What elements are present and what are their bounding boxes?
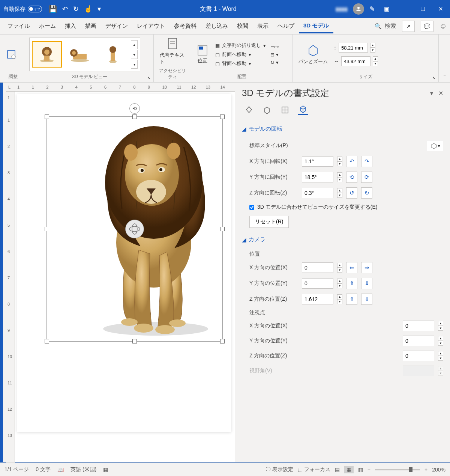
views-dialog-launcher[interactable]: ⬊	[147, 76, 150, 80]
autosave-toggle[interactable]: オフ	[28, 6, 42, 12]
resize-handle-br[interactable]	[220, 339, 225, 343]
bring-forward-button[interactable]: ▢前面へ移動 ▾	[214, 50, 267, 59]
z-pos-in-icon[interactable]: ⇧	[346, 294, 357, 305]
view-preset-1[interactable]	[32, 41, 62, 68]
preset-dropdown[interactable]: ▾	[427, 140, 443, 151]
x-rot-up[interactable]: ▲	[337, 157, 342, 161]
x-rot-right-icon[interactable]: ↷	[361, 156, 372, 167]
autosave-control[interactable]: 自動保存 オフ	[3, 6, 42, 13]
rotate-handle-icon[interactable]: ⟲	[129, 103, 140, 114]
zoom-level[interactable]: 200%	[432, 467, 446, 473]
word-count[interactable]: 0 文字	[36, 466, 51, 473]
gallery-down-button[interactable]: ▼	[131, 50, 138, 59]
size-tab-icon[interactable]	[280, 105, 290, 115]
3d-model-selection[interactable]: ⟲	[46, 116, 223, 342]
x-rot-down[interactable]: ▼	[337, 161, 342, 166]
resize-handle-lc[interactable]	[45, 227, 49, 231]
tab-design[interactable]: デザイン	[101, 20, 132, 33]
coming-soon-icon[interactable]: ✎	[369, 5, 375, 13]
lx-up[interactable]: ▲	[438, 321, 443, 326]
redo-icon[interactable]: ↻	[73, 5, 79, 13]
lz-down[interactable]: ▼	[438, 356, 443, 361]
section-camera-header[interactable]: ◢ カメラ	[242, 233, 443, 246]
3d-tab-icon[interactable]	[298, 105, 308, 115]
spell-check-icon[interactable]: 📖	[57, 467, 64, 473]
x-pos-left-icon[interactable]: ⇐	[346, 262, 357, 273]
x-rotation-input[interactable]	[302, 156, 333, 167]
gallery-more-button[interactable]: ▾	[131, 60, 138, 69]
y-pos-down[interactable]: ▼	[337, 283, 342, 288]
lookat-x-input[interactable]	[403, 321, 434, 331]
y-rot-left-icon[interactable]: ⟲	[346, 172, 357, 183]
fill-tab-icon[interactable]	[244, 105, 254, 115]
wrap-text-button[interactable]: ▦文字列の折り返し ▾	[214, 41, 267, 50]
y-pos-up-icon[interactable]: ⇑	[346, 278, 357, 289]
y-rot-right-icon[interactable]: ⟳	[361, 172, 372, 183]
z-pos-input[interactable]	[302, 294, 333, 304]
z-pos-up[interactable]: ▲	[337, 294, 342, 299]
z-rot-down[interactable]: ▼	[337, 193, 342, 198]
tab-review[interactable]: 校閲	[232, 20, 253, 33]
position-button[interactable]: 位置	[194, 43, 211, 66]
page-indicator[interactable]: 1/1 ページ	[4, 466, 29, 473]
send-backward-button[interactable]: ▢背面へ移動 ▾	[214, 59, 267, 68]
gallery-up-button[interactable]: ▲	[131, 40, 138, 49]
focus-mode-button[interactable]: ⬚ フォーカス	[298, 466, 330, 473]
x-pos-input[interactable]	[302, 262, 333, 273]
ly-up[interactable]: ▲	[438, 336, 443, 341]
lookat-z-input[interactable]	[403, 351, 434, 361]
language-indicator[interactable]: 英語 (米国)	[70, 466, 96, 473]
pan-zoom-button[interactable]: パンとズーム	[296, 42, 331, 66]
display-settings-button[interactable]: 🖵 表示設定	[266, 466, 293, 473]
effects-tab-icon[interactable]	[262, 105, 272, 115]
tab-file[interactable]: ファイル	[3, 20, 34, 33]
resize-handle-bc[interactable]	[132, 339, 137, 343]
z-rot-ccw-icon[interactable]: ↺	[346, 187, 357, 199]
qat-dropdown-icon[interactable]: ▾	[98, 5, 101, 13]
alt-text-button[interactable]: 代替テキスト	[157, 36, 188, 67]
resize-handle-bl[interactable]	[45, 339, 49, 343]
touch-mode-icon[interactable]: ☝	[84, 5, 92, 13]
undo-icon[interactable]: ↶	[62, 5, 68, 13]
z-pos-out-icon[interactable]: ⇩	[361, 294, 372, 305]
reset-button[interactable]: リセット(R)	[249, 216, 289, 228]
lz-up[interactable]: ▲	[438, 351, 443, 356]
lion-3d-model[interactable]	[81, 119, 231, 336]
vertical-ruler[interactable]: 112345678910111213	[6, 92, 15, 467]
y-pos-input[interactable]	[302, 278, 333, 289]
view-preset-3[interactable]	[98, 41, 128, 68]
web-layout-icon[interactable]: ▥	[358, 467, 363, 473]
tab-mailings[interactable]: 差し込み	[201, 20, 232, 33]
align-icon[interactable]: ⊟ ▾	[270, 52, 279, 57]
z-rot-up[interactable]: ▲	[337, 188, 342, 193]
zoom-slider[interactable]	[375, 469, 420, 470]
user-avatar-icon[interactable]	[353, 3, 364, 15]
height-up[interactable]: ▲	[370, 43, 375, 48]
resize-handle-tl[interactable]	[45, 114, 49, 119]
z-pos-down[interactable]: ▼	[337, 299, 342, 304]
y-rotation-input[interactable]	[302, 172, 333, 182]
share-button[interactable]: ↗	[402, 21, 415, 32]
y-rot-up[interactable]: ▲	[337, 172, 342, 177]
tab-view[interactable]: 表示	[253, 20, 273, 33]
zoom-in-button[interactable]: +	[424, 467, 428, 473]
y-rot-down[interactable]: ▼	[337, 177, 342, 182]
x-rot-left-icon[interactable]: ↶	[346, 156, 357, 167]
reset-3d-button[interactable]	[3, 48, 20, 61]
collapse-ribbon-icon[interactable]: ˄	[443, 74, 446, 80]
tab-help[interactable]: ヘルプ	[273, 20, 299, 33]
width-input[interactable]	[341, 56, 370, 66]
width-up[interactable]: ▲	[373, 56, 378, 61]
tab-3d-model[interactable]: 3D モデル	[299, 19, 333, 33]
macro-icon[interactable]: ▦	[103, 467, 108, 473]
z-rotation-input[interactable]	[302, 188, 333, 198]
comments-button[interactable]: 💬	[421, 21, 434, 32]
rotate-icon[interactable]: ↻ ▾	[270, 60, 279, 65]
read-mode-icon[interactable]: ▤	[335, 467, 340, 473]
tab-insert[interactable]: 挿入	[60, 20, 81, 33]
y-pos-down-icon[interactable]: ⇓	[361, 278, 372, 289]
page-canvas[interactable]: ⟲	[17, 94, 231, 432]
y-pos-up[interactable]: ▲	[337, 279, 342, 283]
x-pos-down[interactable]: ▼	[337, 268, 342, 273]
view-preset-2[interactable]	[65, 41, 95, 68]
